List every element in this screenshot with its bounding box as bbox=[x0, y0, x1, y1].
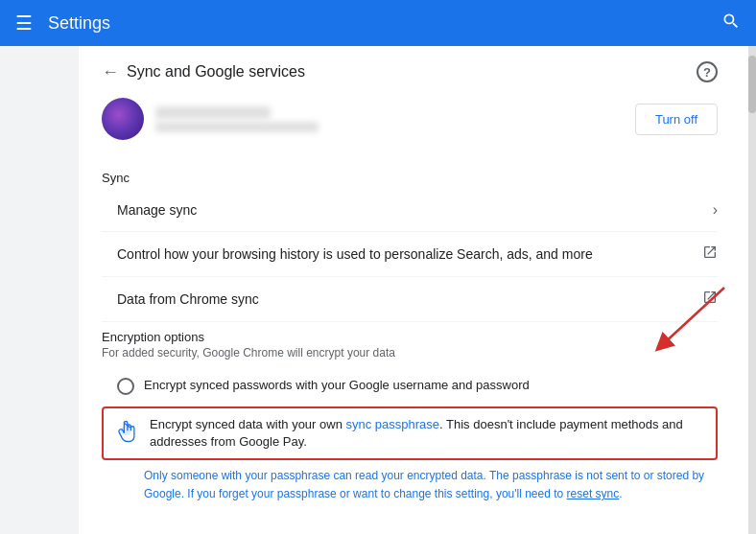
radio-button-1[interactable] bbox=[117, 378, 134, 395]
search-icon[interactable] bbox=[721, 12, 741, 35]
encryption-option-1-label: Encrypt synced passwords with your Googl… bbox=[144, 377, 530, 394]
help-icon[interactable]: ? bbox=[697, 61, 718, 82]
encryption-section: Encryption options For added security, G… bbox=[102, 330, 718, 506]
chrome-sync-text: Data from Chrome sync bbox=[117, 291, 259, 307]
back-button[interactable]: ← bbox=[102, 62, 119, 82]
app-title: Settings bbox=[48, 13, 110, 34]
scrollbar[interactable] bbox=[748, 46, 756, 534]
avatar bbox=[102, 98, 144, 140]
header-row: ← Sync and Google services ? bbox=[102, 61, 718, 82]
encryption-subtitle: For added security, Google Chrome will e… bbox=[102, 346, 718, 360]
sync-passphrase-link[interactable]: sync passphrase bbox=[346, 417, 440, 431]
turn-off-button[interactable]: Turn off bbox=[635, 104, 718, 135]
browsing-history-text: Control how your browsing history is use… bbox=[117, 246, 593, 262]
page-title: Sync and Google services bbox=[127, 63, 305, 81]
encryption-title: Encryption options bbox=[102, 330, 718, 344]
scrollbar-thumb[interactable] bbox=[748, 56, 756, 113]
passphrase-info-text: Only someone with your passphrase can re… bbox=[144, 469, 704, 500]
content-area: ← Sync and Google services ? Turn off Sy… bbox=[79, 46, 748, 534]
browsing-history-item[interactable]: Control how your browsing history is use… bbox=[102, 232, 718, 277]
account-email bbox=[155, 122, 319, 132]
passphrase-info-box: Only someone with your passphrase can re… bbox=[144, 462, 718, 506]
main-layout: ← Sync and Google services ? Turn off Sy… bbox=[0, 46, 756, 534]
encryption-option-1[interactable]: Encrypt synced passwords with your Googl… bbox=[102, 369, 718, 403]
topbar: ☰ Settings bbox=[0, 0, 756, 46]
sync-section-label: Sync bbox=[102, 171, 718, 185]
cursor-hand-icon bbox=[111, 416, 142, 447]
manage-sync-item[interactable]: Manage sync › bbox=[102, 189, 718, 232]
account-name bbox=[155, 106, 271, 119]
encryption-option-2-box[interactable]: Encrypt synced data with your own sync p… bbox=[102, 406, 718, 460]
sidebar bbox=[0, 46, 79, 534]
encryption-option-2-label: Encrypt synced data with your own sync p… bbox=[150, 416, 708, 451]
account-row: Turn off bbox=[102, 98, 718, 151]
hamburger-icon[interactable]: ☰ bbox=[15, 12, 33, 35]
reset-sync-link[interactable]: reset sync bbox=[567, 487, 620, 500]
external-link-icon-2 bbox=[702, 290, 718, 309]
external-link-icon bbox=[702, 244, 718, 264]
chevron-right-icon: › bbox=[713, 201, 718, 219]
account-info bbox=[155, 106, 319, 132]
chrome-sync-item[interactable]: Data from Chrome sync bbox=[102, 277, 718, 322]
manage-sync-text: Manage sync bbox=[117, 202, 197, 218]
svg-point-0 bbox=[121, 426, 131, 436]
